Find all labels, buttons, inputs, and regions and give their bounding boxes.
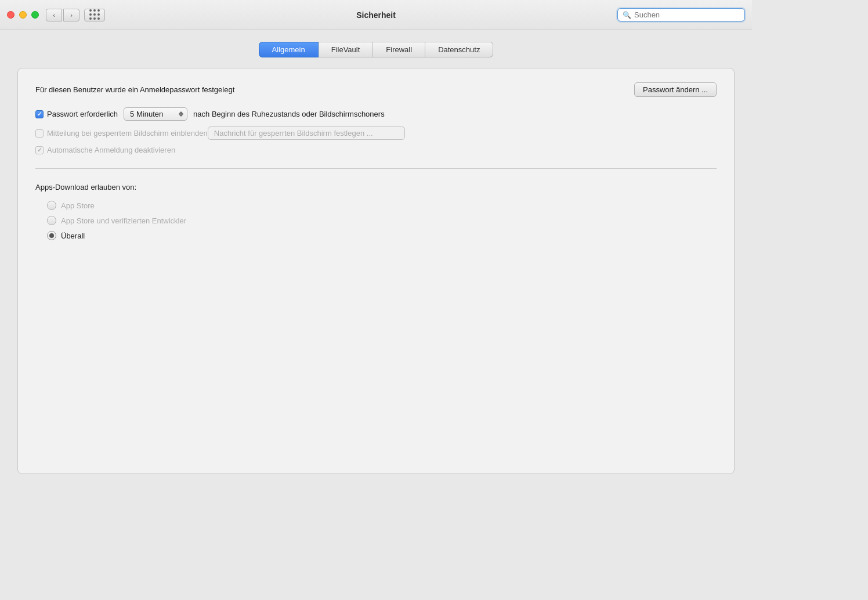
password-row: Für diesen Benutzer wurde ein Anmeldepas… <box>35 82 717 97</box>
download-section-title: Apps-Download erlauben von: <box>35 183 717 191</box>
radio-row-appstore-verified: App Store und verifizierten Entwickler <box>47 216 717 225</box>
disable-autologin-row: Automatische Anmeldung deaktivieren <box>35 146 717 154</box>
show-message-label: Mitteilung bei gesperrtem Bildschirm ein… <box>47 129 208 138</box>
section-divider <box>35 168 717 169</box>
radio-row-appstore: App Store <box>47 201 717 210</box>
window-controls <box>7 11 39 19</box>
radio-row-everywhere: Überall <box>47 231 717 240</box>
tab-datenschutz[interactable]: Datenschutz <box>425 42 493 57</box>
maximize-button[interactable] <box>31 11 39 19</box>
tab-filevault[interactable]: FileVault <box>319 42 374 57</box>
radio-appstore-label: App Store <box>61 201 95 210</box>
search-box[interactable]: 🔍 <box>617 8 745 21</box>
window-title: Sicherheit <box>356 10 396 20</box>
search-icon: 🔍 <box>623 11 631 19</box>
after-dropdown-label: nach Beginn des Ruhezustands oder Bildsc… <box>193 110 385 118</box>
dropdown-arrow-icon <box>179 111 183 117</box>
radio-appstore-verified-label: App Store und verifizierten Entwickler <box>61 216 186 225</box>
download-radio-group: App Store App Store und verifizierten En… <box>35 201 717 240</box>
minutes-dropdown[interactable]: 5 Minuten <box>124 107 187 121</box>
settings-panel: Für diesen Benutzer wurde ein Anmeldepas… <box>17 68 735 474</box>
minutes-dropdown-value: 5 Minuten <box>130 110 163 118</box>
message-placeholder-field: Nachricht für gesperrten Bildschirm fest… <box>208 126 405 140</box>
titlebar: ‹ › Sicherheit 🔍 <box>0 0 752 30</box>
dots-grid-icon <box>89 9 100 20</box>
grid-button[interactable] <box>84 9 105 21</box>
password-label: Für diesen Benutzer wurde ein Anmeldepas… <box>35 85 234 94</box>
nav-buttons: ‹ › <box>46 9 79 21</box>
change-password-button[interactable]: Passwort ändern ... <box>634 82 717 97</box>
show-message-row: Mitteilung bei gesperrtem Bildschirm ein… <box>35 126 717 140</box>
close-button[interactable] <box>7 11 15 19</box>
show-message-checkbox[interactable] <box>35 129 44 138</box>
minimize-button[interactable] <box>19 11 27 19</box>
tab-bar: Allgemein FileVault Firewall Datenschutz <box>17 42 735 57</box>
radio-everywhere[interactable] <box>47 231 56 240</box>
tab-allgemein[interactable]: Allgemein <box>259 42 319 57</box>
radio-appstore-verified[interactable] <box>47 216 56 225</box>
main-content: Allgemein FileVault Firewall Datenschutz… <box>0 30 752 484</box>
tab-firewall[interactable]: Firewall <box>373 42 425 57</box>
password-required-label: Passwort erforderlich <box>47 110 118 118</box>
password-required-row: Passwort erforderlich 5 Minuten nach Beg… <box>35 107 717 121</box>
radio-appstore[interactable] <box>47 201 56 210</box>
search-input[interactable] <box>634 10 740 19</box>
password-required-checkbox[interactable] <box>35 110 44 118</box>
disable-autologin-label: Automatische Anmeldung deaktivieren <box>47 146 175 154</box>
back-button[interactable]: ‹ <box>46 9 62 21</box>
message-placeholder-text: Nachricht für gesperrten Bildschirm fest… <box>214 129 373 138</box>
forward-button[interactable]: › <box>63 9 79 21</box>
radio-everywhere-label: Überall <box>61 232 85 240</box>
disable-autologin-checkbox[interactable] <box>35 146 44 154</box>
